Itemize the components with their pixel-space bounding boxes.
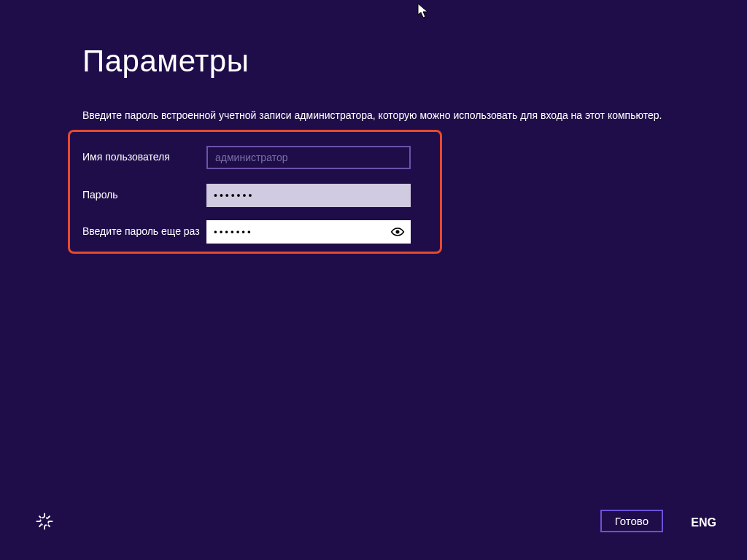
confirm-password-input[interactable] [206, 220, 387, 244]
username-row: Имя пользователя [82, 146, 411, 169]
svg-point-1 [40, 517, 48, 525]
password-label: Пароль [82, 184, 206, 201]
password-input[interactable] [206, 184, 411, 207]
username-input[interactable] [206, 146, 411, 169]
language-indicator[interactable]: ENG [691, 516, 716, 529]
footer: Готово ENG [0, 505, 747, 534]
done-button[interactable]: Готово [600, 510, 663, 532]
svg-point-0 [396, 230, 400, 234]
username-label: Имя пользователя [82, 146, 206, 163]
confirm-password-label: Введите пароль еще раз [82, 220, 206, 238]
confirm-password-field [206, 220, 411, 244]
confirm-password-row: Введите пароль еще раз [82, 220, 411, 244]
eye-icon[interactable] [387, 227, 408, 237]
ease-of-access-icon[interactable] [32, 509, 57, 534]
instruction-text: Введите пароль встроенной учетной записи… [82, 108, 666, 122]
page-title: Параметры [82, 44, 249, 79]
mouse-cursor-icon [417, 3, 429, 19]
password-row: Пароль [82, 184, 411, 207]
